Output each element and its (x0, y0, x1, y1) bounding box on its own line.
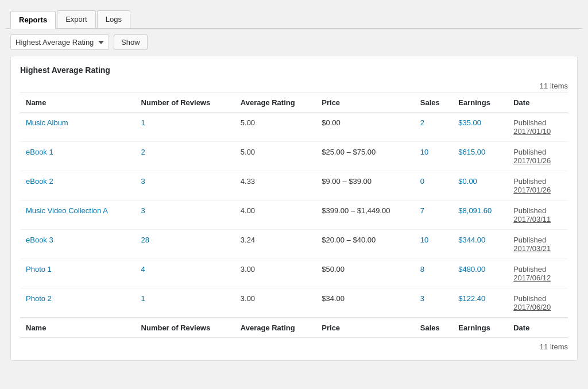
date-status: Published (513, 118, 562, 127)
cell-earnings: $8,091.60 (452, 201, 508, 230)
sales-link[interactable]: 2 (420, 118, 424, 127)
product-name-link[interactable]: Photo 2 (26, 294, 52, 303)
cell-name: eBook 3 (20, 230, 136, 259)
reviews-link[interactable]: 3 (141, 177, 145, 186)
cell-price: $50.00 (316, 259, 415, 288)
tab-logs[interactable]: Logs (97, 10, 130, 28)
col-header-date: Date (508, 93, 568, 113)
earnings-link[interactable]: $35.00 (458, 118, 481, 127)
table-body: Music Album15.00$0.002$35.00Published201… (20, 113, 568, 318)
table-row: eBook 234.33$9.00 – $39.000$0.00Publishe… (20, 171, 568, 201)
product-name-link[interactable]: eBook 3 (26, 236, 53, 244)
date-status: Published (513, 294, 562, 303)
filter-select[interactable]: Highest Average Rating (10, 34, 109, 50)
cell-earnings: $0.00 (452, 171, 508, 201)
date-value: 2017/06/12 (513, 274, 562, 282)
cell-price: $399.00 – $1,449.00 (316, 201, 415, 230)
reviews-link[interactable]: 3 (141, 206, 145, 215)
cell-earnings: $480.00 (452, 259, 508, 288)
reviews-link[interactable]: 2 (141, 148, 145, 156)
col-header-reviews: Number of Reviews (136, 93, 235, 113)
earnings-link[interactable]: $0.00 (458, 177, 477, 186)
col-header-sales: Sales (415, 93, 452, 113)
filter-bar: Highest Average Rating Show (6, 29, 582, 56)
product-name-link[interactable]: Photo 1 (26, 265, 52, 274)
reviews-link[interactable]: 1 (141, 294, 145, 303)
cell-price: $25.00 – $75.00 (316, 142, 415, 171)
cell-name: eBook 1 (20, 142, 136, 171)
cell-reviews: 4 (136, 259, 235, 288)
cell-price: $34.00 (316, 288, 415, 318)
page-wrapper: Reports Export Logs Highest Average Rati… (0, 0, 588, 372)
cell-date: Published2017/01/26 (508, 142, 568, 171)
tab-reports[interactable]: Reports (10, 11, 56, 29)
cell-avg-rating: 4.00 (235, 201, 316, 230)
table-row: Photo 213.00$34.003$122.40Published2017/… (20, 288, 568, 318)
date-status: Published (513, 148, 562, 156)
cell-reviews: 3 (136, 201, 235, 230)
earnings-link[interactable]: $344.00 (458, 236, 485, 244)
items-count-bottom: 11 items (20, 342, 568, 351)
cell-sales: 7 (415, 201, 452, 230)
cell-name: Photo 2 (20, 288, 136, 318)
cell-avg-rating: 3.24 (235, 230, 316, 259)
earnings-link[interactable]: $122.40 (458, 294, 485, 303)
cell-date: Published2017/01/10 (508, 113, 568, 142)
product-name-link[interactable]: Music Video Collection A (26, 206, 108, 215)
date-value: 2017/01/26 (513, 186, 562, 194)
reviews-link[interactable]: 28 (141, 236, 149, 244)
col-footer-earnings: Earnings (452, 318, 508, 338)
reviews-link[interactable]: 4 (141, 265, 145, 274)
cell-date: Published2017/01/26 (508, 171, 568, 201)
col-footer-date: Date (508, 318, 568, 338)
items-count-top: 11 items (20, 82, 568, 90)
cell-avg-rating: 3.00 (235, 259, 316, 288)
cell-earnings: $344.00 (452, 230, 508, 259)
col-footer-sales: Sales (415, 318, 452, 338)
col-footer-name: Name (20, 318, 136, 338)
cell-avg-rating: 5.00 (235, 142, 316, 171)
sales-link[interactable]: 10 (420, 236, 428, 244)
date-value: 2017/01/10 (513, 127, 562, 136)
cell-sales: 8 (415, 259, 452, 288)
cell-reviews: 1 (136, 113, 235, 142)
cell-date: Published2017/03/21 (508, 230, 568, 259)
table-row: Photo 143.00$50.008$480.00Published2017/… (20, 259, 568, 288)
earnings-link[interactable]: $615.00 (458, 148, 485, 156)
cell-name: Photo 1 (20, 259, 136, 288)
show-button[interactable]: Show (114, 34, 148, 50)
date-value: 2017/01/26 (513, 156, 562, 165)
earnings-link[interactable]: $480.00 (458, 265, 485, 274)
cell-date: Published2017/06/12 (508, 259, 568, 288)
cell-name: eBook 2 (20, 171, 136, 201)
product-name-link[interactable]: eBook 1 (26, 148, 53, 156)
product-name-link[interactable]: eBook 2 (26, 177, 53, 186)
cell-earnings: $615.00 (452, 142, 508, 171)
sales-link[interactable]: 0 (420, 177, 424, 186)
cell-avg-rating: 4.33 (235, 171, 316, 201)
cell-reviews: 2 (136, 142, 235, 171)
col-header-name: Name (20, 93, 136, 113)
sales-link[interactable]: 3 (420, 294, 424, 303)
tab-export[interactable]: Export (57, 10, 96, 28)
product-name-link[interactable]: Music Album (26, 118, 68, 127)
data-table: Name Number of Reviews Average Rating Pr… (20, 93, 568, 338)
sales-link[interactable]: 10 (420, 148, 428, 156)
tabs-bar: Reports Export Logs (6, 6, 582, 29)
table-row: Music Video Collection A34.00$399.00 – $… (20, 201, 568, 230)
cell-avg-rating: 5.00 (235, 113, 316, 142)
table-row: eBook 3283.24$20.00 – $40.0010$344.00Pub… (20, 230, 568, 259)
col-footer-price: Price (316, 318, 415, 338)
earnings-link[interactable]: $8,091.60 (458, 206, 492, 215)
date-status: Published (513, 236, 562, 244)
reviews-link[interactable]: 1 (141, 118, 145, 127)
cell-date: Published2017/06/20 (508, 288, 568, 318)
date-value: 2017/06/20 (513, 303, 562, 311)
sales-link[interactable]: 8 (420, 265, 424, 274)
cell-date: Published2017/03/11 (508, 201, 568, 230)
cell-sales: 2 (415, 113, 452, 142)
sales-link[interactable]: 7 (420, 206, 424, 215)
cell-price: $20.00 – $40.00 (316, 230, 415, 259)
cell-price: $9.00 – $39.00 (316, 171, 415, 201)
col-footer-reviews: Number of Reviews (136, 318, 235, 338)
